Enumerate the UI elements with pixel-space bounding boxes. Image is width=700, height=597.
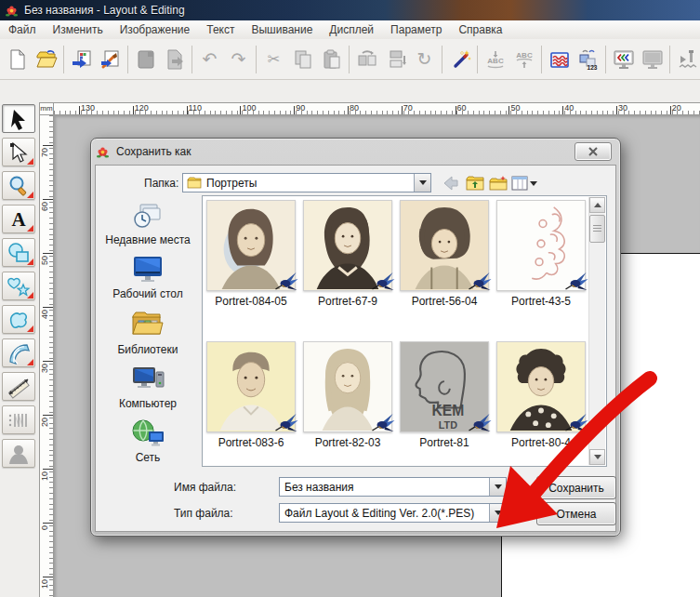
folder-combobox[interactable]: Портреты [182,173,431,192]
ruler-tick [79,106,80,114]
place-desktop[interactable]: Рабочий стол [96,255,200,300]
measure-tool-icon[interactable] [2,372,35,401]
place-libraries[interactable]: Библиотеки [96,309,200,356]
cancel-button[interactable]: Отмена [536,502,616,525]
undo-icon[interactable]: ↶ [195,45,224,74]
menu-display[interactable]: Дисплей [321,20,382,39]
ruler-tick [616,106,617,114]
folder-icon [187,177,202,189]
write-to-card-icon[interactable] [131,45,160,74]
folder-value: Портреты [206,177,414,190]
copy-icon[interactable] [288,45,317,74]
portrait-tool-icon[interactable] [2,439,35,468]
menu-edit[interactable]: Изменить [45,20,112,39]
outline-tool-icon[interactable] [2,305,35,334]
ruler-label: 40 [564,104,574,113]
folder-dropdown-button[interactable] [414,174,430,192]
app-flower-icon [5,4,19,18]
ruler-tick [402,106,403,114]
ruler-unit-box: mm [39,102,54,115]
new-document-icon[interactable] [3,45,32,74]
close-icon[interactable] [575,142,612,161]
select-tool-icon[interactable] [2,104,35,133]
ruler-tick [294,106,295,114]
ruler-tick [43,577,53,577]
point-edit-tool-icon[interactable] [2,138,35,166]
stitch-simulator-icon[interactable] [673,45,700,74]
menu-help[interactable]: Справка [450,20,510,39]
menu-file[interactable]: Файл [0,20,45,39]
file-item[interactable]: Portret-43-5 [496,200,586,308]
scrollbar-thumb[interactable] [589,215,605,243]
sewing-attributes-tool-icon[interactable] [2,405,35,434]
filetype-dropdown-button[interactable] [489,504,506,522]
file-item[interactable]: Portret-82-03 [303,341,392,449]
menu-image[interactable]: Изображение [112,20,199,39]
file-list: Portret-084-05 Portret-67-9 Portret-56-0… [202,195,607,467]
chevron-down-icon [495,484,502,489]
cut-icon[interactable]: ✂ [259,45,288,74]
filetype-label: Тип файла: [174,507,233,520]
import-image-icon[interactable] [67,45,96,74]
ruler-label: 130 [81,104,95,113]
text-arc-up-icon[interactable]: ABC [509,45,538,74]
flyout-marker [27,259,33,265]
chevron-down-icon [495,511,502,515]
image-wizard-icon[interactable] [445,45,474,74]
filename-dropdown-button[interactable] [489,478,506,496]
chevron-up-icon [594,203,601,207]
file-thumbnail [496,200,586,291]
flip-vertical-icon[interactable] [381,45,410,74]
file-item[interactable]: KEMLTD Portret-81 [400,341,489,449]
export-icon[interactable] [160,45,189,74]
title-bar[interactable]: Без названия - Layout & Editing [0,0,700,21]
file-item[interactable]: Portret-083-6 [206,341,296,449]
file-item[interactable]: Portret-56-04 [400,200,489,308]
shapes-tool-icon[interactable] [2,238,35,267]
manual-punch-tool-icon[interactable] [2,338,35,367]
paste-icon[interactable] [317,45,346,74]
place-recent[interactable]: Недавние места [96,199,200,246]
save-button[interactable]: Сохранить [536,476,616,499]
dialog-content: Папка: Портреты [95,165,616,532]
thread-chart-icon[interactable] [545,45,574,74]
place-computer[interactable]: Компьютер [96,365,200,410]
new-folder-icon[interactable] [487,173,509,193]
dialog-title-bar[interactable]: Сохранить как [91,139,620,165]
file-item[interactable]: Portret-084-05 [206,200,296,308]
text-arc-down-icon[interactable]: ABC [481,45,509,74]
file-thumbnail: KEMLTD [400,341,489,432]
text-tool-icon[interactable]: A [2,205,35,233]
sewing-order-icon[interactable]: 123 [574,45,602,74]
view-menu-icon[interactable] [510,173,538,193]
file-item[interactable]: Portret-67-9 [303,200,392,308]
file-list-scrollbar[interactable] [588,197,605,465]
menu-sew[interactable]: Вышивание [243,20,321,39]
ruler-label: 30 [618,104,627,113]
zoom-tool-icon[interactable] [2,171,35,200]
menu-option[interactable]: Параметр [382,20,450,39]
place-network[interactable]: Сеть [96,418,200,464]
open-file-icon[interactable] [32,45,60,74]
scroll-down-button[interactable] [589,449,605,465]
file-thumbnail [206,200,296,291]
heart-star-tool-icon[interactable] [2,272,35,300]
redo-icon[interactable]: ↷ [224,45,253,74]
scroll-up-button[interactable] [589,197,605,213]
rotate-icon[interactable]: ↻ [410,45,439,74]
menu-text[interactable]: Текст [198,20,243,39]
up-one-level-icon[interactable] [464,173,486,193]
image-to-stitch-icon[interactable] [96,45,125,74]
back-icon[interactable] [440,173,462,193]
filename-combobox[interactable]: Без названия [279,477,507,497]
flip-horizontal-icon[interactable] [352,45,381,74]
file-item[interactable]: Portret-80-4 [496,341,586,449]
stitch-view-icon[interactable] [638,45,667,74]
file-thumbnail [206,341,296,432]
places-sidebar: Недавние места Рабочий стол [96,199,200,472]
ruler-tick [43,415,53,416]
realistic-view-icon[interactable] [609,45,638,74]
filetype-value: Файл Layout & Editing Ver. 2.0(*.PES) [284,507,489,520]
chevron-down-icon [419,180,427,185]
filetype-combobox[interactable]: Файл Layout & Editing Ver. 2.0(*.PES) [279,503,507,523]
